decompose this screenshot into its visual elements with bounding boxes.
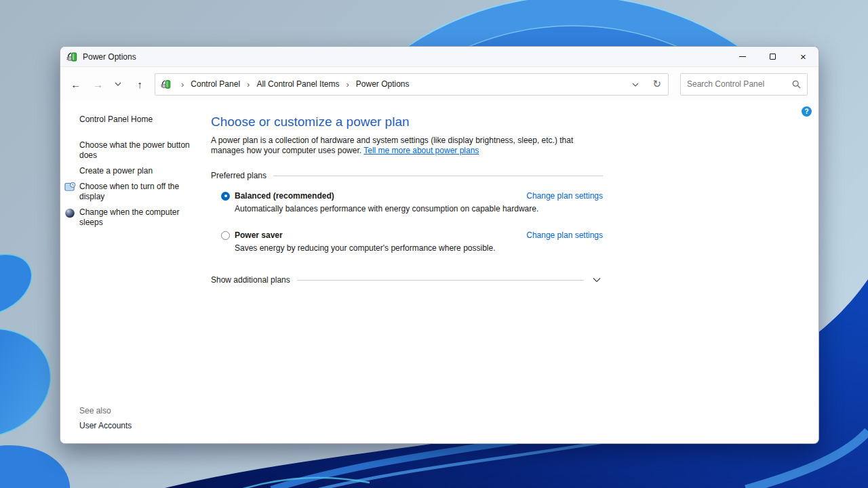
power-options-icon — [161, 79, 172, 89]
show-additional-plans-row[interactable]: Show additional plans — [211, 274, 603, 286]
intro-paragraph: A power plan is a collection of hardware… — [211, 136, 603, 156]
navigation-toolbar: ← → ↑ › Control Panel › All Control Pane… — [60, 67, 818, 101]
breadcrumb-separator-icon: › — [181, 79, 184, 89]
preferred-plans-section: Preferred plans — [211, 171, 603, 180]
forward-button[interactable]: → — [90, 75, 107, 93]
address-dropdown-button[interactable] — [632, 79, 639, 89]
section-divider — [297, 280, 584, 281]
maximize-button[interactable] — [757, 47, 788, 66]
see-also-section: See also User Accounts — [60, 406, 132, 430]
chevron-down-icon — [632, 83, 639, 87]
plan-description: Saves energy by reducing your computer's… — [211, 243, 603, 253]
window-content: ? Control Panel Home Choose what the pow… — [60, 101, 818, 444]
change-plan-settings-link-power-saver[interactable]: Change plan settings — [526, 230, 603, 240]
sidebar-item-label: Choose what the power button does — [79, 140, 190, 160]
section-divider — [273, 176, 603, 176]
tell-me-more-link[interactable]: Tell me more about power plans — [363, 146, 479, 155]
up-button[interactable]: ↑ — [131, 75, 149, 93]
plan-row-power-saver: Power saver Change plan settings — [211, 230, 603, 240]
back-button[interactable]: ← — [67, 75, 85, 93]
sidebar-item-label: Change when the computer sleeps — [79, 207, 179, 227]
page-title: Choose or customize a power plan — [211, 115, 603, 129]
plan-name: Balanced (recommended) — [235, 191, 334, 201]
plan-row-balanced: Balanced (recommended) Change plan setti… — [211, 191, 603, 201]
main-panel: Choose or customize a power plan A power… — [211, 101, 603, 286]
preferred-plans-label: Preferred plans — [211, 171, 267, 180]
window-title: Power Options — [83, 52, 136, 62]
help-button[interactable]: ? — [802, 106, 812, 117]
minimize-button[interactable] — [727, 47, 757, 66]
plan-name: Power saver — [235, 230, 283, 240]
chevron-down-icon — [115, 82, 121, 86]
breadcrumb-control-panel[interactable]: Control Panel — [189, 78, 241, 90]
expand-plans-button[interactable] — [591, 274, 603, 286]
power-options-window: Power Options × ← → ↑ › Control Panel › … — [60, 46, 819, 444]
refresh-button[interactable]: ↻ — [652, 78, 661, 90]
breadcrumb-separator-icon: › — [346, 79, 349, 89]
see-also-header: See also — [60, 406, 132, 415]
maximize-icon — [770, 54, 776, 60]
chevron-down-icon — [593, 277, 601, 283]
sleep-sphere-icon — [64, 207, 76, 219]
power-saver-radio[interactable] — [221, 231, 230, 240]
close-icon: × — [800, 52, 806, 62]
sidebar-item-user-accounts[interactable]: User Accounts — [60, 421, 132, 430]
breadcrumb-power-options[interactable]: Power Options — [355, 78, 411, 90]
sidebar-item-label: Create a power plan — [79, 166, 153, 176]
sidebar-item-computer-sleeps[interactable]: Change when the computer sleeps — [60, 207, 188, 228]
sidebar-item-create-power-plan[interactable]: Create a power plan — [60, 166, 196, 176]
breadcrumb-all-control-panel-items[interactable]: All Control Panel Items — [255, 78, 340, 90]
show-additional-plans-label: Show additional plans — [211, 275, 290, 285]
balanced-radio[interactable] — [221, 192, 230, 201]
sidebar-item-power-button-does[interactable]: Choose what the power button does — [60, 140, 195, 161]
close-button[interactable]: × — [788, 47, 818, 66]
recent-pages-button[interactable] — [111, 75, 125, 93]
power-options-icon — [66, 51, 78, 62]
breadcrumb-separator-icon: › — [247, 79, 250, 89]
sidebar-item-turn-off-display[interactable]: Choose when to turn off the display — [60, 182, 188, 202]
title-bar: Power Options × — [60, 47, 818, 67]
sidebar-item-label: Choose when to turn off the display — [79, 182, 179, 201]
search-input[interactable] — [687, 79, 792, 89]
display-clock-icon — [64, 182, 76, 193]
search-icon[interactable] — [792, 80, 801, 89]
task-pane: Control Panel Home Choose what the power… — [60, 101, 211, 444]
minimize-icon — [739, 56, 746, 57]
plan-description: Automatically balances performance with … — [211, 204, 603, 214]
sidebar-item-control-panel-home[interactable]: Control Panel Home — [60, 115, 196, 125]
change-plan-settings-link-balanced[interactable]: Change plan settings — [526, 191, 603, 201]
address-bar[interactable]: › Control Panel › All Control Panel Item… — [155, 73, 669, 96]
search-box — [680, 73, 808, 96]
